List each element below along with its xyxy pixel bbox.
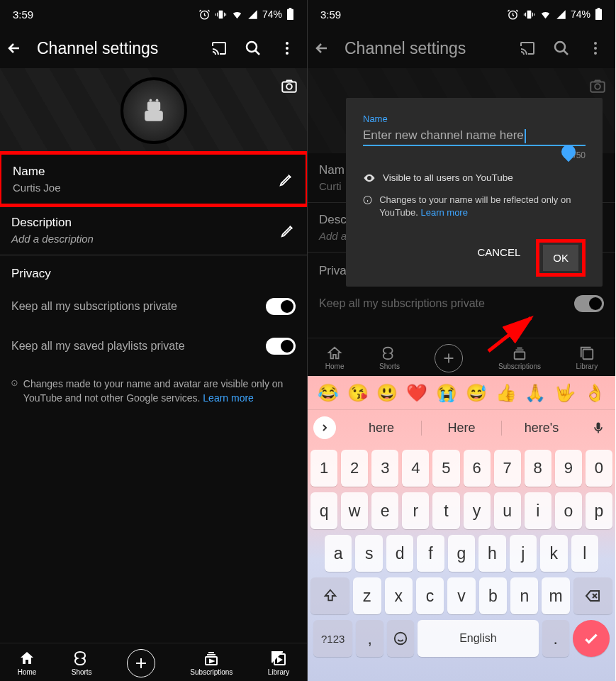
status-bar: 3:59 74% (308, 0, 615, 28)
description-row[interactable]: Description Add a description (0, 206, 307, 255)
camera-icon[interactable] (280, 77, 298, 98)
key-l[interactable]: l (571, 535, 598, 572)
name-input[interactable]: Enter new channel name here (363, 128, 586, 146)
key-n[interactable]: n (510, 577, 538, 614)
key-m[interactable]: m (542, 577, 569, 614)
more-icon[interactable] (279, 40, 296, 57)
svg-point-10 (155, 99, 158, 102)
key-b[interactable]: b (479, 577, 507, 614)
emoji-key[interactable] (387, 620, 414, 657)
key-o[interactable]: o (555, 492, 582, 529)
suggestion[interactable]: here (342, 421, 422, 436)
wifi-icon (539, 9, 551, 21)
subs-row-bg: Keep all my subscriptions private (308, 284, 615, 323)
key-z[interactable]: z (353, 577, 381, 614)
cancel-button[interactable]: CANCEL (467, 239, 530, 277)
nav-library[interactable]: Library (268, 650, 290, 676)
back-icon[interactable] (6, 40, 23, 57)
nav-home[interactable]: Home (18, 650, 37, 676)
suggestion[interactable]: Here (422, 421, 502, 436)
key-2[interactable]: 2 (341, 450, 368, 487)
key-i[interactable]: i (525, 492, 551, 529)
back-icon (313, 40, 330, 57)
ok-button[interactable]: OK (543, 245, 578, 271)
key-w[interactable]: w (341, 492, 368, 529)
page-title: Channel settings (37, 39, 196, 58)
key-0[interactable]: 0 (586, 450, 612, 487)
mic-icon[interactable] (587, 421, 610, 435)
search-icon (553, 40, 570, 57)
alarm-icon (507, 9, 519, 21)
svg-point-26 (595, 84, 600, 89)
alarm-icon (198, 9, 211, 21)
key-u[interactable]: u (494, 492, 521, 529)
screen-left: 3:59 74% Channel settings Name (0, 0, 308, 681)
key-5[interactable]: 5 (432, 450, 459, 487)
vibrate-icon (523, 9, 535, 21)
key-8[interactable]: 8 (525, 450, 551, 487)
key-9[interactable]: 9 (555, 450, 582, 487)
key-c[interactable]: c (416, 577, 444, 614)
key-7[interactable]: 7 (494, 450, 521, 487)
vibrate-icon (215, 9, 227, 21)
nav-create[interactable] (127, 649, 155, 677)
key-v[interactable]: v (447, 577, 475, 614)
toggle-on[interactable] (266, 298, 296, 315)
key-g[interactable]: g (448, 535, 475, 572)
suggestion[interactable]: here's (502, 421, 581, 436)
key-a[interactable]: a (325, 535, 352, 572)
name-label: Name (13, 165, 279, 179)
key-j[interactable]: j (510, 535, 537, 572)
svg-rect-11 (145, 111, 163, 121)
nav-subscriptions[interactable]: Subscriptions (190, 650, 233, 676)
emoji-row[interactable]: 😂😘😃❤️😭😅👍🙏🤟👌 (308, 376, 615, 410)
svg-point-5 (286, 42, 289, 45)
name-dialog: Name Enter new channel name here 27/50 V… (346, 98, 603, 287)
key-f[interactable]: f (417, 535, 444, 572)
avatar[interactable] (121, 77, 187, 144)
shift-key[interactable] (310, 577, 349, 614)
svg-point-6 (286, 47, 289, 50)
comma-key[interactable]: , (356, 620, 383, 657)
key-4[interactable]: 4 (402, 450, 429, 487)
cast-icon[interactable] (211, 40, 228, 57)
keyboard: 😂😘😃❤️😭😅👍🙏🤟👌 here Here here's 1234567890 … (308, 376, 615, 681)
svg-rect-1 (219, 10, 223, 18)
expand-icon[interactable] (313, 416, 336, 439)
edit-icon[interactable] (279, 172, 294, 187)
symbols-key[interactable]: ?123 (313, 620, 352, 657)
done-key[interactable] (573, 620, 610, 657)
key-y[interactable]: y (464, 492, 491, 529)
key-q[interactable]: q (310, 492, 337, 529)
backspace-key[interactable] (573, 577, 612, 614)
nav-shorts[interactable]: Shorts (72, 650, 92, 676)
channel-banner (0, 68, 307, 153)
key-s[interactable]: s (355, 535, 382, 572)
edit-icon[interactable] (280, 223, 296, 238)
dialog-field-label: Name (363, 114, 586, 124)
name-row[interactable]: Name Curtis Joe (0, 151, 308, 207)
svg-point-9 (149, 99, 152, 102)
svg-rect-3 (289, 8, 292, 9)
key-p[interactable]: p (586, 492, 612, 529)
key-e[interactable]: e (371, 492, 398, 529)
space-key[interactable]: English (418, 620, 539, 657)
toggle-on[interactable] (266, 338, 296, 355)
key-r[interactable]: r (402, 492, 429, 529)
key-3[interactable]: 3 (371, 450, 398, 487)
description-placeholder: Add a description (11, 233, 280, 245)
key-1[interactable]: 1 (310, 450, 337, 487)
learn-more-link[interactable]: Learn more (420, 207, 467, 218)
key-d[interactable]: d (386, 535, 413, 572)
key-t[interactable]: t (432, 492, 459, 529)
key-k[interactable]: k (540, 535, 567, 572)
cast-icon (519, 40, 536, 57)
key-6[interactable]: 6 (464, 450, 491, 487)
period-key[interactable]: . (542, 620, 569, 657)
key-h[interactable]: h (478, 535, 505, 572)
search-icon[interactable] (245, 40, 262, 57)
subscriptions-private-row[interactable]: Keep all my subscriptions private (0, 287, 307, 326)
learn-more-link[interactable]: Learn more (203, 392, 254, 404)
key-x[interactable]: x (385, 577, 413, 614)
playlists-private-row[interactable]: Keep all my saved playlists private (0, 326, 307, 366)
